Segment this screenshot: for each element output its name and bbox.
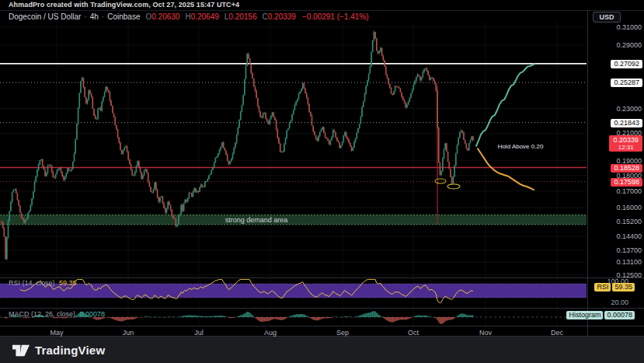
- ohlc-low: L0.20156: [225, 12, 257, 21]
- price-label: 0.14400: [616, 232, 642, 240]
- tradingview-logo[interactable]: TradingView: [12, 344, 105, 357]
- month-label-aug: Aug: [264, 329, 277, 337]
- price-label: 0.31000: [616, 23, 642, 31]
- ohlc-close: C0.20339: [263, 12, 296, 21]
- exchange-label: Coinbase: [107, 12, 140, 21]
- demand-zone-label: strong demand area: [225, 216, 288, 224]
- month-label-oct: Oct: [408, 329, 419, 337]
- ohlc-open: O0.20630: [145, 12, 179, 21]
- price-change: −0.00291 (−1.41%): [302, 12, 369, 21]
- macd-title: MACD: [9, 310, 30, 318]
- price-alert-badge: 0.17598: [611, 178, 642, 187]
- rsi-title: RSI: [9, 279, 20, 287]
- price-label: 0.15200: [616, 218, 642, 225]
- rsi-params: (14, close): [23, 279, 55, 287]
- tradingview-logo-text: TradingView: [35, 344, 105, 357]
- rsi-badge-label: RSI: [594, 283, 611, 291]
- rsi-axis-badges: RSI 59.35: [594, 283, 635, 291]
- hold-above-annotation: Hold Above 0.20: [498, 143, 544, 150]
- macd-badge-label: Histogram: [566, 311, 603, 319]
- interval-label[interactable]: 4h: [90, 12, 99, 21]
- price-label: 0.16000: [616, 204, 642, 211]
- price-alert-badge: 0.18528: [611, 164, 642, 173]
- price-label: 0.13700: [616, 246, 642, 254]
- rsi-axis-bottom-label: 20.00: [611, 298, 628, 306]
- currency-toggle-button[interactable]: USD: [593, 12, 621, 23]
- tradingview-chart-window: AhmadPro created with TradingView.com, O…: [0, 0, 644, 363]
- month-label-jun: Jun: [123, 329, 134, 337]
- macd-value: 0.00078: [80, 310, 106, 318]
- title-separator: ·: [102, 12, 104, 21]
- macd-params: (12, 26, close): [31, 310, 75, 318]
- rsi-indicator-title[interactable]: RSI (14, close) 59.35: [9, 279, 77, 287]
- symbol-title[interactable]: Dogecoin / US Dollar: [9, 12, 81, 21]
- price-label: 0.29000: [616, 41, 642, 49]
- rsi-badge-value: 59.35: [612, 283, 635, 291]
- price-level-badge: 0.25287: [611, 79, 642, 87]
- month-label-nov: Nov: [479, 329, 492, 337]
- month-label-sep: Sep: [336, 329, 349, 337]
- attribution-bar: AhmadPro created with TradingView.com, O…: [9, 1, 239, 9]
- macd-axis-badges: Histogram 0.00078: [566, 311, 635, 319]
- symbol-info-row: Dogecoin / US Dollar · 4h · Coinbase O0.…: [9, 12, 369, 21]
- macd-badge-value: 0.00078: [604, 311, 635, 319]
- rsi-value: 59.35: [59, 279, 77, 287]
- footer-bar: TradingView: [0, 337, 644, 363]
- chart-canvas[interactable]: [0, 0, 644, 363]
- current-price-badge: 0.2033912:31: [609, 135, 642, 152]
- month-label-may: May: [50, 329, 63, 337]
- price-label: 0.13100: [616, 258, 642, 266]
- macd-indicator-title[interactable]: MACD (12, 26, close) 0.00078: [9, 310, 105, 318]
- month-label-dec: Dec: [551, 329, 563, 337]
- month-label-jul: Jul: [194, 329, 204, 337]
- ohlc-high: H0.20649: [185, 12, 218, 21]
- tradingview-logo-icon: [12, 344, 30, 357]
- price-label: 0.23000: [616, 105, 642, 113]
- title-separator: ·: [84, 12, 86, 21]
- time-axis[interactable]: MayJunJulAugSepOctNovDec: [0, 326, 588, 337]
- price-level-badge: 0.21843: [611, 119, 642, 127]
- price-label: 0.17000: [616, 187, 642, 195]
- price-level-badge: 0.27092: [611, 60, 642, 68]
